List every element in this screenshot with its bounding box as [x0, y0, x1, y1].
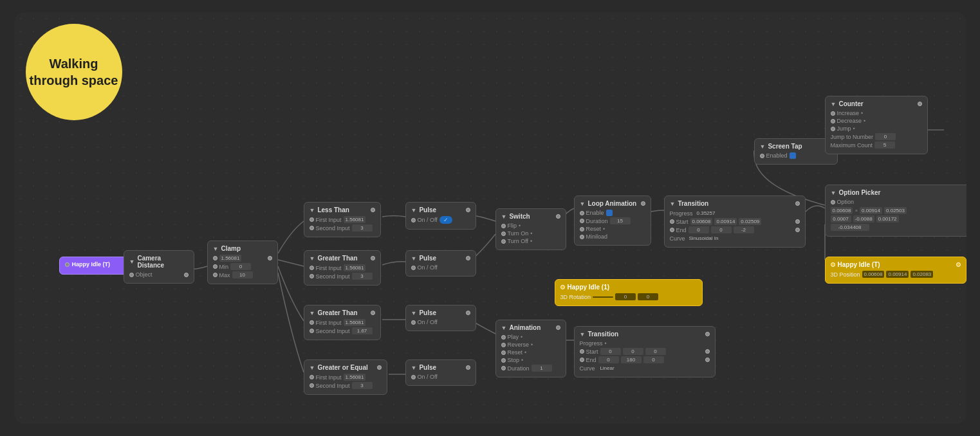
port-out-clamp: [268, 256, 272, 260]
node-pulse-4[interactable]: ▼ Pulse On / Off: [405, 359, 476, 386]
node-animation[interactable]: ▼ Animation Play • Reverse • Reset • Sto…: [495, 320, 566, 377]
port-in-gt2-second: [310, 329, 314, 333]
port-out-trans2-end: [705, 358, 710, 362]
port-in-gt2-first: [310, 320, 314, 325]
port-in-clamp-val: [213, 256, 217, 260]
port-in-trans1-end: [670, 228, 674, 232]
port-in-camera: [129, 273, 134, 277]
node-loop-animation[interactable]: ▼ Loop Animation Enable Duration 15 Rese…: [574, 195, 651, 246]
port-in-loop-duration: [580, 219, 584, 223]
port-in-switch-flip: [501, 224, 506, 228]
port-in-ge-second: [310, 383, 314, 388]
port-in-gt1-first: [310, 266, 314, 270]
port-out-trans2-start: [705, 349, 710, 354]
node-greater-than-1[interactable]: ▼ Greater Than First Input 1.56081 Secon…: [304, 250, 381, 286]
node-switch[interactable]: ▼ Switch Flip • Turn On • Turn Off •: [495, 208, 566, 250]
port-in-switch-off: [501, 239, 506, 244]
node-greater-equal[interactable]: ▼ Greater or Equal First Input 1.56081 S…: [304, 359, 387, 395]
port-in-anim-reset: [501, 350, 506, 355]
port-in-screen-tap-enabled: [760, 154, 764, 158]
node-camera-dist[interactable]: ▼ Camera Distance Object: [124, 250, 194, 284]
port-out-trans2: [705, 332, 710, 336]
port-in-counter-increase: [831, 111, 835, 116]
node-happy-rotation[interactable]: Happy Idle (1) 3D Rotation 0 0: [555, 279, 703, 306]
port-in-pulse1: [411, 218, 416, 223]
port-in-trans2-end: [580, 358, 584, 362]
port-in-clamp-max: [213, 273, 217, 277]
port-out-pulse1: [466, 208, 470, 212]
port-out-animation: [556, 325, 560, 330]
node-clamp[interactable]: ▼ Clamp 1.56081 Min 0 Max 10: [207, 241, 278, 284]
connections-layer: [14, 12, 966, 424]
port-out-gt2: [371, 311, 375, 315]
node-canvas[interactable]: Walking through space Happy Idle (T) ▼ C…: [14, 12, 966, 424]
node-happy-idle-start[interactable]: Happy Idle (T): [59, 257, 130, 275]
port-in-switch-on: [501, 232, 506, 236]
port-out-switch: [556, 214, 560, 219]
port-in-anim-play: [501, 335, 506, 340]
node-pulse-2[interactable]: ▼ Pulse On / Off: [405, 250, 476, 277]
port-in-anim-reverse: [501, 343, 506, 347]
port-in-trans2-start: [580, 349, 584, 354]
port-out-pulse2: [466, 256, 470, 260]
port-in-lt-second: [310, 226, 314, 230]
title-bubble: Walking through space: [26, 24, 122, 120]
node-greater-than-2[interactable]: ▼ Greater Than First Input 1.56081 Secon…: [304, 305, 381, 340]
port-out-pulse3: [466, 311, 470, 315]
port-in-loop-enable: [580, 211, 584, 215]
port-in-happy-idle-end: [831, 262, 835, 267]
port-out-loop-anim: [641, 201, 645, 206]
port-in-pulse4: [411, 375, 416, 379]
port-in-anim-duration: [501, 366, 506, 370]
port-in-counter-jump: [831, 127, 835, 131]
port-in-pulse2: [411, 266, 416, 270]
port-out-less-than: [371, 208, 375, 212]
port-in-loop-miniload: [580, 235, 584, 239]
port-out-camera: [184, 273, 189, 277]
port-out-trans1-end: [795, 228, 800, 232]
port-out-counter: [918, 102, 922, 106]
port-in-trans1-start: [670, 219, 674, 224]
node-less-than[interactable]: ▼ Less Than First Input 1.56081 Second I…: [304, 202, 381, 237]
port-out-ge: [377, 365, 382, 370]
port-in-happy-rot: [560, 285, 565, 289]
port-in-gt1-second: [310, 274, 314, 278]
node-pulse-3[interactable]: ▼ Pulse On / Off: [405, 305, 476, 331]
node-transition-2[interactable]: ▼ Transition Progress • Start 0 0 0 End …: [574, 326, 716, 377]
port-in-clamp-min: [213, 264, 217, 269]
port-in-loop-reset: [580, 227, 584, 232]
port-in-anim-stop: [501, 358, 506, 363]
port-out-trans1-start: [795, 219, 800, 224]
port-out-happy-idle-end: [956, 262, 961, 267]
node-counter[interactable]: ▼ Counter Increase • Decrease • Jump • J…: [825, 96, 928, 154]
port-in-ge-first: [310, 375, 314, 379]
port-in-counter-decrease: [831, 119, 835, 123]
port-out-pulse4: [466, 365, 470, 370]
port-in-lt-first: [310, 217, 314, 222]
node-happy-idle-end[interactable]: Happy Idle (T) 3D Position 0.00608 0.009…: [825, 257, 966, 284]
node-transition-1[interactable]: ▼ Transition Progress 0.35257 Start 0.00…: [664, 195, 806, 248]
node-pulse-1[interactable]: ▼ Pulse On / Off ✓: [405, 202, 476, 230]
port-out-happy-idle-start: [65, 262, 69, 267]
port-out-trans1: [795, 201, 800, 206]
port-out-gt1: [371, 256, 375, 260]
node-option-picker[interactable]: ▼ Option Picker Option 0.00608 × 0.00914…: [825, 185, 966, 237]
port-in-option-picker: [831, 200, 835, 204]
port-in-pulse3: [411, 320, 416, 325]
